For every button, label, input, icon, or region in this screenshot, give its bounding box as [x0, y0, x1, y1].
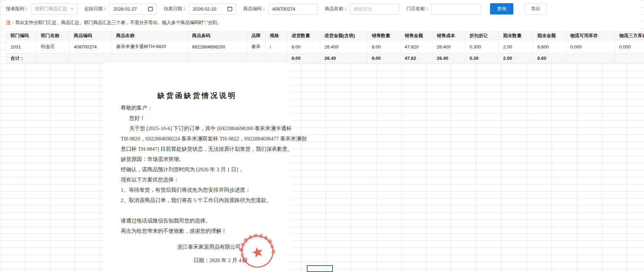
document-line: 现有以下方案供您选择： [121, 175, 283, 185]
document-line: 意口杯 TH-9847] 目前暂处缺货状态，无法按原计划发货，我们深表歉意。 [121, 144, 283, 154]
document-line: 2、取消该商品订单，我们将在 5 个工作日内按原路径为您退款。 [121, 195, 283, 206]
store-name-input[interactable] [431, 4, 481, 15]
total-cell: 8.00 [367, 53, 400, 63]
start-date-input[interactable]: 2026-01-27 [109, 4, 157, 15]
table-cell: 0.000 [566, 40, 615, 53]
table-cell: 47.620 [400, 40, 432, 53]
column-header: 品牌 [247, 31, 265, 40]
table-cell: 0.000 [615, 40, 644, 53]
start-date-value: 2026-01-27 [113, 6, 137, 12]
column-header: 规格 [265, 31, 287, 40]
total-cell: 47.62 [400, 53, 432, 63]
column-header: 销售金额 [400, 31, 432, 40]
column-header: 期末金额 [533, 31, 566, 40]
column-header: 部门编码 [6, 31, 36, 40]
total-cell: 6.60 [533, 53, 566, 63]
filter-toolbar: 报表陈列： 按部门商品汇总 起始日期： 2026-01-27 结束日期： 202… [6, 3, 547, 15]
table-cell: 2.00 [499, 40, 533, 53]
table-cell: 408700274 [69, 40, 112, 53]
document-line: 您好！ [121, 113, 283, 123]
app-window: 报表陈列： 按部门商品汇总 起始日期： 2026-01-27 结束日期： 202… [0, 0, 644, 272]
company-stamp-seal: 浙江泰禾家居用品有限公司 [237, 231, 279, 272]
document-line: 关于您 [2025-10-6] 下订的订单，其中 [6922884698200 … [121, 123, 283, 134]
table-cell: 8.00 [287, 40, 320, 53]
column-header: 物流三方库存 [615, 31, 644, 40]
table-cell: 织金店 [36, 40, 69, 53]
total-cell [187, 53, 247, 63]
total-cell: 0.30 [465, 53, 499, 63]
document-line: 1、等待发货，有货后我们将优先为您安排并同步进度； [121, 185, 283, 195]
column-header: 销售数量 [367, 31, 400, 40]
table-cell: 0.300 [465, 40, 499, 53]
query-button[interactable]: 查询 [490, 3, 513, 15]
end-date-input[interactable]: 2026-02-10 [189, 4, 236, 15]
column-header: 销售成本 [432, 31, 465, 40]
end-date-value: 2026-02-10 [193, 6, 216, 12]
export-button[interactable]: 导出 [525, 3, 547, 15]
document-line: 缺货原因：市场需求突增。 [121, 154, 283, 164]
note-prefix: 注 [6, 20, 11, 25]
table-cell: 6922884698200 [187, 40, 247, 53]
column-header: 部门名称 [36, 31, 69, 40]
table-cell: 泰禾米澜卡通杯TH-9820 [112, 40, 187, 53]
stamp-star-icon [251, 246, 264, 258]
column-header: 进货数量 [287, 31, 320, 40]
total-cell: 26.40 [432, 53, 465, 63]
table-row: 1031织金店408700274泰禾米澜卡通杯TH-98206922884698… [6, 40, 644, 53]
column-header: 商品编码 [69, 31, 112, 40]
product-code-input[interactable] [268, 4, 318, 15]
report-type-select[interactable]: 按部门商品汇总 [31, 4, 77, 15]
column-header: 物流可用库存 [566, 31, 615, 40]
total-cell: 合计： [6, 53, 36, 63]
column-header: 折扣折让 [465, 31, 499, 40]
column-header: 商品条码 [187, 31, 247, 40]
total-cell [615, 53, 644, 63]
product-name-input[interactable] [350, 4, 399, 15]
table-cell: 泰禾 [247, 40, 265, 53]
total-cell: 26.40 [320, 53, 367, 63]
note-text: ：导出文件分部门汇总、商品汇总、部门商品汇总三个表，不需分开导出。输入多个商品编… [11, 20, 222, 25]
calendar-icon [148, 6, 153, 11]
total-cell [36, 53, 69, 63]
calendar-icon [227, 6, 232, 11]
report-type-value: 按部门商品汇总 [35, 6, 67, 12]
table-total-row: 合计：8.0026.408.0047.6226.400.302.006.60 [6, 53, 644, 63]
chevron-down-icon [70, 6, 74, 10]
store-name-label: 门店名称： [406, 6, 429, 12]
table-cell: 6.600 [533, 40, 566, 53]
document-company-signature: 浙江泰禾家居用品有限公司 [177, 244, 241, 250]
document-line: 经确认，该商品预计到货时间为 [2026 年 3 月 1 日]， [121, 164, 283, 175]
table-cell: 8.00 [367, 40, 400, 53]
table-cell: / [265, 40, 287, 53]
shortage-letter-document: 缺货函缺货情况说明 尊敬的客户：您好！关于您 [2025-10-6] 下订的订单… [104, 63, 290, 272]
document-line [121, 206, 283, 216]
column-header: 商品名称 [112, 31, 187, 40]
export-note: 注：导出文件分部门汇总、商品汇总、部门商品汇总三个表，不需分开导出。输入多个商品… [6, 19, 222, 26]
total-cell [265, 53, 287, 63]
document-body: 尊敬的客户：您好！关于您 [2025-10-6] 下订的订单，其中 [69228… [121, 103, 283, 236]
end-date-label: 结束日期： [164, 6, 187, 12]
start-date-label: 起始日期： [84, 6, 107, 12]
total-cell [112, 53, 187, 63]
product-code-label: 商品编码： [243, 6, 266, 12]
document-line: 尊敬的客户： [121, 103, 283, 113]
total-cell [247, 53, 265, 63]
total-cell: 8.00 [287, 53, 320, 63]
report-type-label: 报表陈列： [6, 6, 29, 12]
table-header-row: 部门编码部门名称商品编码商品名称商品条码品牌规格进货数量进货金额(含税)销售数量… [6, 31, 644, 40]
column-header: 期末数量 [499, 31, 533, 40]
column-header: 进货金额(含税) [320, 31, 367, 40]
product-name-label: 商品名称： [325, 6, 348, 12]
total-cell: 2.00 [499, 53, 533, 63]
document-date-line: 日期：2026 年 2 月 4 日 [193, 257, 248, 264]
table-cell: 26.400 [432, 40, 465, 53]
report-table: 部门编码部门名称商品编码商品名称商品条码品牌规格进货数量进货金额(含税)销售数量… [6, 31, 644, 63]
total-cell [566, 53, 615, 63]
document-line: TH-9820，6922884698224 泰禾米澜双套杯 TH-9822，69… [121, 134, 283, 144]
table-cell: 1031 [6, 40, 36, 53]
table-cell: 26.400 [320, 40, 367, 53]
document-line: 请通过电话或微信告知我司您的选择。 [121, 216, 283, 226]
total-cell [69, 53, 112, 63]
document-title: 缺货函缺货情况说明 [104, 91, 290, 100]
selected-spreadsheet-cell[interactable] [307, 265, 333, 272]
